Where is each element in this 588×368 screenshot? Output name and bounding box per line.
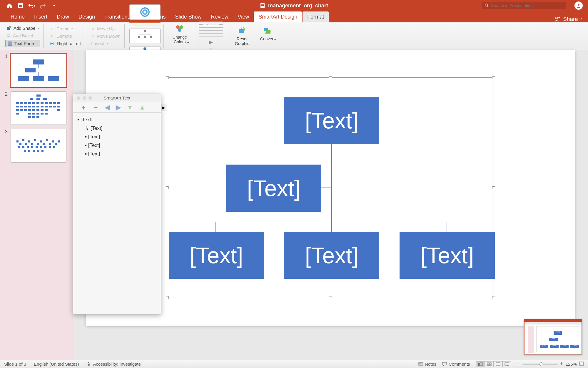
save-icon[interactable] xyxy=(17,2,24,9)
reset-graphic-button[interactable]: Reset Graphic xyxy=(231,26,253,46)
tab-view[interactable]: View xyxy=(233,11,254,22)
svg-rect-61 xyxy=(24,106,27,107)
normal-view-button[interactable] xyxy=(476,361,485,367)
zoom-level[interactable]: 125% xyxy=(566,362,577,367)
svg-point-21 xyxy=(143,10,147,14)
tab-home[interactable]: Home xyxy=(6,11,29,22)
sorter-view-button[interactable] xyxy=(485,361,494,367)
svg-rect-126 xyxy=(490,364,491,366)
svg-rect-44 xyxy=(36,95,41,97)
svg-rect-73 xyxy=(28,109,31,111)
ribbon-group-colors: Change Colors ▾ xyxy=(166,24,194,48)
style-option-4[interactable] xyxy=(199,30,223,31)
svg-rect-78 xyxy=(57,109,60,111)
qat-customize-icon[interactable]: ▾ xyxy=(51,2,58,9)
slide-thumb-1[interactable]: 1 xyxy=(4,54,73,87)
tab-format[interactable]: Format xyxy=(303,11,329,22)
zoom-slider[interactable] xyxy=(522,364,558,365)
org-box-assistant[interactable]: [Text] xyxy=(226,165,321,212)
styles-gallery: ▶▾ xyxy=(196,24,226,48)
svg-rect-68 xyxy=(53,106,56,107)
outline-item[interactable]: [Text] xyxy=(77,133,157,141)
move-down-icon[interactable]: ▼ xyxy=(127,104,133,111)
layout-option-2[interactable] xyxy=(129,22,161,23)
svg-rect-116 xyxy=(41,150,44,152)
ribbon-group-reset: Reset Graphic Convert ▾ xyxy=(228,24,281,48)
outline-item[interactable]: [Text] xyxy=(77,124,157,133)
svg-rect-122 xyxy=(480,363,482,366)
outline-item[interactable]: [Text] xyxy=(77,141,157,150)
svg-rect-109 xyxy=(44,146,46,148)
change-colors-button[interactable]: Change Colors ▾ xyxy=(168,24,191,49)
svg-rect-80 xyxy=(28,113,31,115)
svg-rect-58 xyxy=(57,102,60,104)
chevron-up-icon: ^ xyxy=(580,17,582,21)
convert-button[interactable]: Convert ▾ xyxy=(256,26,278,46)
slideshow-view-button[interactable] xyxy=(502,361,511,367)
right-to-left-button[interactable]: Right to Left xyxy=(48,40,82,47)
slide-thumb-2[interactable]: 2 xyxy=(4,91,73,125)
language-status[interactable]: English (United States) xyxy=(34,362,79,367)
styles-next-icon[interactable]: ▶▾ xyxy=(208,39,214,52)
smartart-selection[interactable]: [Text] [Text] [Text] [Text] [Text] xyxy=(167,77,494,298)
style-option-2[interactable] xyxy=(199,24,223,25)
svg-rect-43 xyxy=(266,30,270,34)
add-item-icon[interactable]: ＋ xyxy=(80,103,87,112)
indent-icon[interactable]: ▶ xyxy=(116,104,121,111)
org-box-child-3[interactable]: [Text] xyxy=(400,232,495,279)
svg-point-23 xyxy=(138,36,140,38)
zoom-out-button[interactable]: − xyxy=(517,361,520,367)
tab-design[interactable]: Design xyxy=(74,11,100,22)
comments-button[interactable]: Comments xyxy=(442,362,470,367)
user-avatar[interactable] xyxy=(574,1,583,10)
window-controls[interactable] xyxy=(73,96,92,100)
layout-option-4[interactable] xyxy=(129,29,161,44)
tab-draw[interactable]: Draw xyxy=(52,11,74,22)
undo-icon[interactable]: ▾ xyxy=(28,2,35,9)
svg-rect-113 xyxy=(28,150,30,152)
style-option-5[interactable] xyxy=(199,33,223,34)
accessibility-status[interactable]: Accessibility: Investigate xyxy=(86,362,141,367)
outline-item[interactable]: [Text] xyxy=(77,150,157,158)
redo-icon[interactable] xyxy=(39,2,46,9)
tab-smartart-design[interactable]: SmartArt Design xyxy=(254,11,302,22)
layout-option-1[interactable] xyxy=(129,4,161,20)
svg-point-40 xyxy=(178,28,181,32)
view-buttons xyxy=(476,361,511,367)
home-icon[interactable] xyxy=(6,2,13,9)
search-input[interactable] xyxy=(482,2,566,9)
svg-rect-62 xyxy=(28,106,31,107)
tab-insert[interactable]: Insert xyxy=(29,11,52,22)
smartart-text-pane[interactable]: SmartArt Text ＋ － ◀ ▶ ▼ ▲ [Text] [Text] … xyxy=(73,94,161,314)
ribbon-group-shape: + Add Shape ▾ Add Bullet Text Pane xyxy=(2,24,44,48)
text-pane-outline[interactable]: [Text] [Text] [Text] [Text] [Text] xyxy=(73,113,161,161)
svg-rect-94 xyxy=(34,139,36,141)
svg-point-12 xyxy=(7,34,8,35)
reading-view-button[interactable] xyxy=(494,361,502,367)
style-option-6[interactable] xyxy=(199,36,223,37)
share-button[interactable]: + Share ^ xyxy=(554,16,582,22)
style-option-3[interactable] xyxy=(199,27,223,28)
org-box-top[interactable]: [Text] xyxy=(284,97,379,144)
style-option-1[interactable] xyxy=(199,21,223,22)
svg-rect-111 xyxy=(53,146,55,148)
search-box[interactable] xyxy=(482,2,566,9)
zoom-in-button[interactable]: + xyxy=(560,361,563,367)
org-box-child-2[interactable]: [Text] xyxy=(284,232,379,279)
slide-number: 2 xyxy=(4,91,8,97)
outdent-icon[interactable]: ◀ xyxy=(105,104,110,111)
outline-item[interactable]: [Text] xyxy=(77,116,157,124)
text-pane-toggle[interactable]: ▶ xyxy=(161,104,166,111)
layout-option-3[interactable] xyxy=(129,26,161,26)
add-shape-button[interactable]: + Add Shape ▾ xyxy=(5,25,40,31)
svg-rect-50 xyxy=(24,102,27,104)
notes-button[interactable]: Notes xyxy=(418,362,436,367)
remove-item-icon[interactable]: － xyxy=(93,103,99,112)
fit-to-window-button[interactable] xyxy=(579,362,584,367)
text-pane-button[interactable]: Text Pane xyxy=(5,40,40,47)
slide-counter[interactable]: Slide 1 of 3 xyxy=(4,362,26,367)
org-box-child-1[interactable]: [Text] xyxy=(169,232,264,279)
slide-thumb-3[interactable]: 3 xyxy=(4,129,73,163)
move-up-icon[interactable]: ▲ xyxy=(139,104,146,111)
svg-rect-57 xyxy=(53,102,56,104)
